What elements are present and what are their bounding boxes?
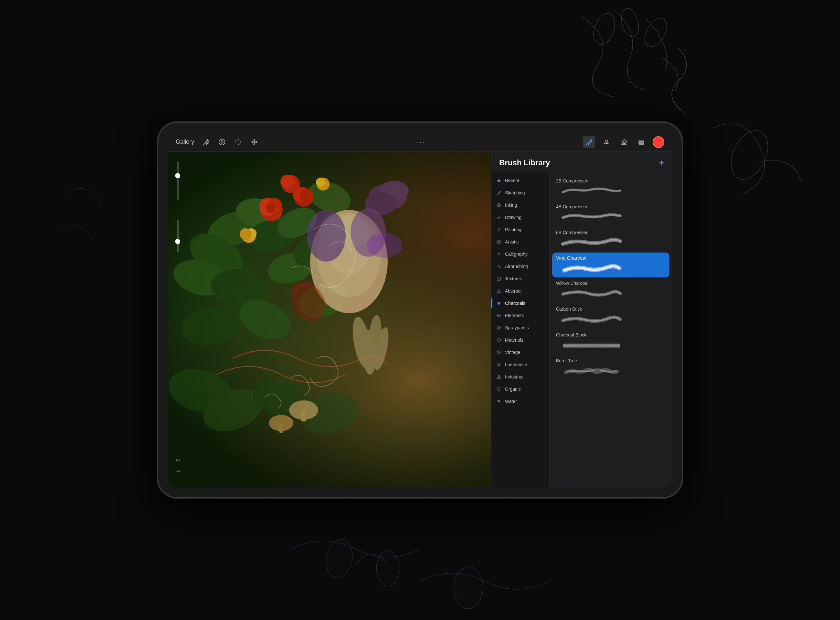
category-calligraphy-label: Calligraphy [505,251,528,257]
lasso-icon[interactable] [233,137,243,147]
toolbar-icons [201,137,259,147]
brush-burnt-tree-name: Burnt Tree [556,358,665,363]
brush-charcoal-block[interactable]: Charcoal Block [550,329,672,354]
textures-icon [496,276,502,281]
svg-point-57 [365,192,397,215]
svg-point-0 [590,11,619,47]
category-textures-label: Textures [505,276,522,281]
ipad-frame: Gallery [158,123,682,497]
luminance-icon [496,362,502,367]
svg-rect-64 [639,142,644,143]
calligraphy-icon [496,251,502,257]
category-luminance[interactable]: Luminance [492,358,549,371]
svg-point-58 [367,233,402,258]
svg-point-71 [499,267,501,268]
color-picker[interactable] [653,136,664,148]
category-calligraphy[interactable]: Calligraphy [492,248,549,260]
category-artistic-label: Artistic [505,239,519,244]
move-icon[interactable] [249,137,259,147]
category-spraypaints[interactable]: Spraypaints [492,322,549,334]
undo-button[interactable]: ↩ [175,457,180,464]
adjust-icon[interactable] [217,137,227,147]
svg-point-93 [604,371,605,372]
water-icon [496,399,502,404]
opacity-handle[interactable] [175,239,180,244]
svg-point-94 [613,370,614,372]
brush-library-title: Brush Library [499,158,550,167]
svg-point-4 [376,551,399,586]
category-elements-label: Elements [505,313,524,318]
recent-icon [496,178,502,184]
charcoals-icon [496,300,502,306]
brush-charcoal-block-preview [556,339,665,351]
brush-size-handle[interactable] [175,173,180,178]
brush-size-slider[interactable] [177,161,179,200]
category-sketching[interactable]: Sketching [492,187,549,199]
svg-marker-85 [497,363,501,367]
brush-4b-name: 4B Compressed [556,204,665,209]
organic-icon [496,386,502,392]
category-materials[interactable]: Materials [492,334,549,346]
category-charcoals[interactable]: Charcoals [492,297,549,309]
category-abstract-label: Abstract [505,288,522,293]
svg-rect-54 [279,423,283,433]
brush-carbon-name: Carbon Stick [556,307,665,312]
category-artistic[interactable]: Artistic [492,236,549,248]
abstract-icon [496,288,502,294]
vintage-icon [496,349,502,355]
brush-carbon-stick[interactable]: Carbon Stick [550,303,672,328]
magic-wand-icon[interactable] [201,137,211,147]
toolbar-left: Gallery [176,137,259,147]
category-recent-label: Recent [505,178,519,183]
opacity-slider[interactable] [177,220,179,252]
category-textures[interactable]: Textures [492,272,549,285]
ipad-screen: Gallery [168,132,672,488]
painting-icon [496,227,502,233]
airbrushing-icon [496,263,502,269]
category-inking[interactable]: Inking [492,199,549,211]
svg-point-68 [498,205,499,206]
category-industrial[interactable]: Industrial [492,371,549,383]
brush-library-panel: Brush Library + Recent [491,152,672,488]
category-drawing[interactable]: Drawing [492,211,549,223]
category-abstract[interactable]: Abstract [492,285,549,297]
category-recent[interactable]: Recent [492,175,549,187]
eraser-tool-button[interactable] [618,136,630,148]
category-painting[interactable]: Painting [492,223,549,236]
brush-vine-charcoal[interactable]: Vine Charcoal [552,253,670,277]
layers-tool-button[interactable] [635,136,647,148]
svg-point-32 [281,175,295,189]
svg-rect-63 [639,140,644,141]
svg-rect-65 [639,143,644,144]
toolbar-dots: ··· [417,138,425,146]
brush-burnt-tree-preview [556,365,665,377]
toolbar-right [583,136,664,148]
category-vintage[interactable]: Vintage [492,346,549,358]
category-vintage-label: Vintage [505,350,520,355]
category-water[interactable]: Water [492,395,549,408]
category-airbrushing-label: Airbrushing [505,264,528,269]
gallery-button[interactable]: Gallery [176,138,194,145]
brush-4b-preview [556,211,665,223]
redo-button[interactable]: ↪ [175,468,180,475]
draw-tool-button[interactable] [583,136,595,148]
brush-list: 2B Compressed 4B Compressed [550,172,672,488]
brush-4b-compressed[interactable]: 4B Compressed [550,201,672,226]
category-organic[interactable]: Organic [492,383,549,395]
category-spraypaints-label: Spraypaints [505,325,529,330]
category-charcoals-label: Charcoals [505,301,525,306]
brush-burnt-tree[interactable]: Burnt Tree [550,355,672,380]
category-elements[interactable]: Elements [492,309,549,322]
category-airbrushing[interactable]: Airbrushing [492,260,549,272]
smudge-tool-button[interactable] [600,136,612,148]
brush-6b-compressed[interactable]: 6B Compressed [550,227,672,252]
artistic-icon [496,239,502,245]
brush-willow-charcoal[interactable]: Willow Charcoal [550,277,672,302]
add-brush-button[interactable]: + [659,158,664,167]
svg-point-6 [724,125,775,185]
brush-2b-preview [556,185,665,197]
brush-2b-compressed[interactable]: 2B Compressed [550,175,672,200]
tablet-wrapper: Gallery [158,123,682,497]
materials-icon [496,337,502,343]
industrial-icon [496,374,502,380]
